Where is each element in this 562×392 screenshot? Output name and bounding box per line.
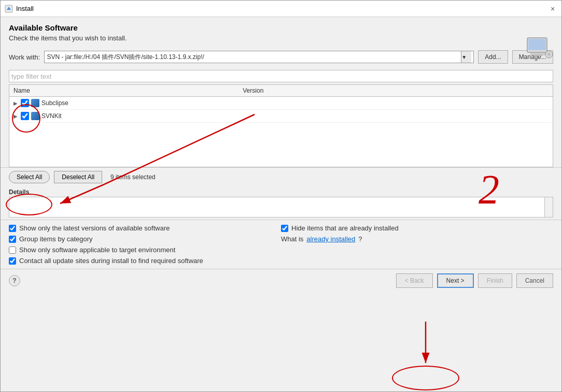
header-section: Available Software Check the items that … bbox=[1, 17, 561, 46]
table-header: Name Version bbox=[9, 85, 553, 97]
hide-installed-label: Hide items that are already installed bbox=[291, 224, 399, 232]
already-installed-link[interactable]: already installed bbox=[306, 235, 355, 243]
header-subtitle: Check the items that you wish to install… bbox=[9, 34, 553, 42]
footer: ? < Back Next > Finish Cancel bbox=[1, 269, 561, 292]
options-section: Show only the latest versions of availab… bbox=[1, 220, 561, 269]
header-title: Available Software bbox=[9, 23, 553, 32]
group-category-label: Group items by category bbox=[19, 235, 93, 243]
options-left: Show only the latest versions of availab… bbox=[9, 224, 281, 265]
help-button[interactable]: ? bbox=[9, 275, 20, 286]
row-label-0: Subclipse bbox=[41, 99, 346, 107]
title-bar-title: Install bbox=[16, 5, 34, 12]
details-scrollbar[interactable] bbox=[544, 197, 553, 217]
already-installed-suffix: ? bbox=[358, 235, 362, 243]
col-extra-header bbox=[396, 87, 549, 94]
items-selected-text: 9 items selected bbox=[110, 173, 156, 181]
work-with-label: Work with: bbox=[9, 53, 40, 61]
header-subtitle-text: Check the items that you wish to install… bbox=[9, 34, 127, 42]
install-icon bbox=[5, 5, 13, 13]
close-button[interactable]: × bbox=[548, 4, 557, 13]
work-with-dropdown[interactable]: ▼ bbox=[461, 51, 471, 63]
what-is-installed-text: What is bbox=[281, 235, 303, 243]
work-with-value: SVN - jar:file:/H:/04 插件/SVN插件/site-1.10… bbox=[47, 53, 461, 62]
show-latest-label: Show only the latest versions of availab… bbox=[19, 224, 170, 232]
checkbox-show-applicable[interactable] bbox=[9, 246, 16, 254]
finish-button[interactable]: Finish bbox=[478, 273, 512, 288]
show-applicable-label: Show only software applicable to target … bbox=[19, 246, 175, 254]
next-button[interactable]: Next > bbox=[437, 273, 474, 288]
work-with-input[interactable]: SVN - jar:file:/H:/04 插件/SVN插件/site-1.10… bbox=[44, 51, 474, 63]
svg-point-7 bbox=[548, 53, 550, 55]
option-show-applicable: Show only software applicable to target … bbox=[9, 246, 281, 254]
checkbox-hide-installed[interactable] bbox=[281, 225, 288, 232]
col-version-header: Version bbox=[243, 87, 396, 94]
title-bar: Install × bbox=[1, 1, 561, 17]
table-body: ▶ Subclipse ▶ SVNKit bbox=[9, 97, 553, 167]
row-icon-1 bbox=[31, 112, 39, 120]
select-all-button[interactable]: Select All bbox=[9, 171, 50, 183]
back-button[interactable]: < Back bbox=[396, 273, 433, 288]
checkbox-show-latest[interactable] bbox=[9, 225, 16, 232]
footer-left: ? bbox=[9, 275, 20, 286]
options-right: Hide items that are already installed Wh… bbox=[281, 224, 553, 265]
details-box bbox=[9, 197, 553, 217]
chevron-down-icon: ▼ bbox=[461, 54, 471, 60]
filter-placeholder: type filter text bbox=[11, 72, 51, 80]
contact-sites-label: Contact all update sites during install … bbox=[19, 257, 203, 265]
svg-rect-5 bbox=[533, 55, 543, 56]
cancel-button[interactable]: Cancel bbox=[516, 273, 553, 288]
footer-right: < Back Next > Finish Cancel bbox=[396, 273, 553, 288]
expand-icon-0[interactable]: ▶ bbox=[13, 100, 21, 106]
install-window: Install × Available Software Check the i… bbox=[0, 0, 562, 392]
option-contact-sites: Contact all update sites during install … bbox=[9, 257, 281, 265]
header-icon bbox=[526, 37, 553, 62]
details-section: Details bbox=[9, 186, 553, 217]
row-icon-0 bbox=[31, 99, 39, 107]
option-show-latest: Show only the latest versions of availab… bbox=[9, 224, 281, 232]
svg-rect-4 bbox=[530, 53, 546, 55]
row-checkbox-0[interactable] bbox=[21, 99, 29, 107]
option-group-category: Group items by category bbox=[9, 235, 281, 243]
checkbox-contact-sites[interactable] bbox=[9, 257, 16, 265]
bottom-actions: Select All Deselect All 9 items selected bbox=[1, 167, 561, 186]
col-name-header: Name bbox=[13, 87, 243, 94]
details-label: Details bbox=[9, 186, 553, 197]
row-label-1: SVNKit bbox=[41, 112, 346, 120]
filter-input[interactable]: type filter text bbox=[9, 70, 553, 82]
svg-rect-3 bbox=[528, 39, 546, 50]
work-with-row: Work with: SVN - jar:file:/H:/04 插件/SVN插… bbox=[1, 46, 561, 68]
table-row: ▶ Subclipse bbox=[9, 97, 553, 110]
content-area: Available Software Check the items that … bbox=[1, 17, 561, 391]
option-hide-installed: Hide items that are already installed bbox=[281, 224, 553, 232]
software-table: Name Version ▶ Subclipse ▶ SV bbox=[9, 84, 553, 167]
table-row: ▶ SVNKit bbox=[9, 110, 553, 123]
add-button[interactable]: Add... bbox=[478, 50, 508, 64]
title-bar-left: Install bbox=[5, 5, 34, 13]
checkbox-group-category[interactable] bbox=[9, 236, 16, 243]
option-what-installed: What is already installed ? bbox=[281, 235, 553, 243]
expand-icon-1[interactable]: ▶ bbox=[13, 113, 21, 119]
deselect-all-button[interactable]: Deselect All bbox=[54, 171, 102, 183]
row-checkbox-1[interactable] bbox=[21, 112, 29, 120]
